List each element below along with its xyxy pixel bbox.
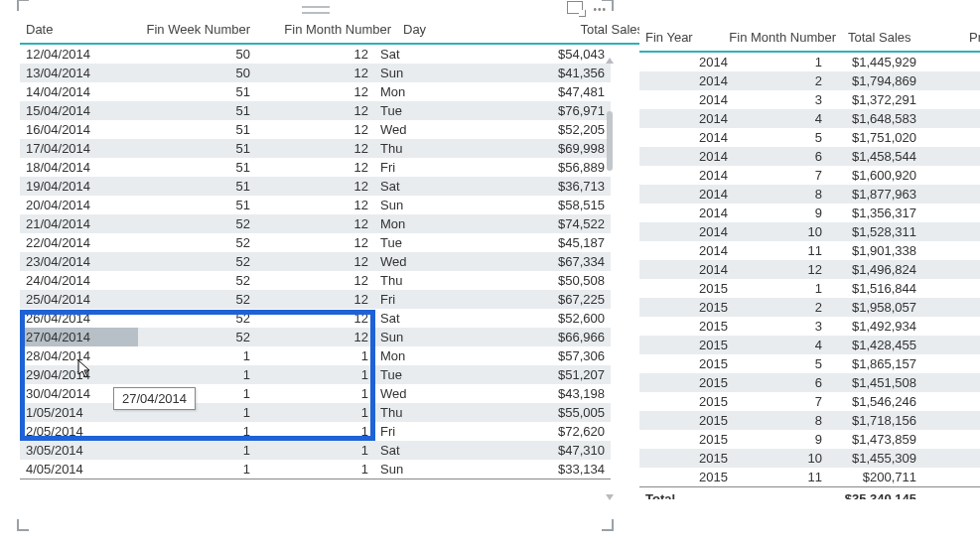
cell-month[interactable]: 6	[734, 147, 828, 166]
cell-day[interactable]: Sun	[374, 460, 492, 480]
cell-week[interactable]: 52	[138, 309, 256, 328]
cell-year[interactable]: 2014	[639, 204, 734, 222]
cell-date[interactable]: 24/04/2014	[20, 271, 138, 290]
cell-month[interactable]: 12	[256, 82, 374, 101]
cell-prev[interactable]: $1,4	[922, 392, 980, 411]
cell-sales[interactable]: $1,516,844	[828, 279, 922, 298]
cell-sales[interactable]: $1,528,311	[828, 222, 922, 241]
cell-sales[interactable]: $47,310	[492, 441, 611, 460]
cell-sales[interactable]: $1,496,824	[828, 260, 922, 279]
col-fin-year[interactable]: Fin Year	[639, 24, 711, 52]
cell-month[interactable]: 1	[256, 460, 374, 480]
table-row[interactable]: 20145$1,751,020$1,6	[639, 128, 980, 147]
cell-sales[interactable]: $67,225	[492, 290, 611, 309]
table-row[interactable]: 25/04/20145212Fri$67,225	[20, 290, 611, 309]
cell-sales[interactable]: $1,648,583	[828, 109, 922, 128]
cell-sales[interactable]: $1,455,309	[828, 449, 922, 468]
cell-week[interactable]: 52	[138, 328, 256, 346]
table-row[interactable]: 22/04/20145212Tue$45,187	[20, 233, 611, 252]
cell-week[interactable]: 1	[138, 422, 256, 441]
cell-month[interactable]: 9	[734, 430, 828, 449]
cell-sales[interactable]: $54,043	[492, 45, 611, 64]
col-fin-month[interactable]: Fin Month Number	[256, 16, 397, 44]
cell-date[interactable]: 18/04/2014	[20, 158, 138, 177]
cell-day[interactable]: Tue	[374, 233, 492, 252]
cell-month[interactable]: 12	[256, 101, 374, 120]
cell-month[interactable]: 5	[734, 128, 828, 147]
focus-mode-icon[interactable]	[567, 1, 583, 14]
cell-month[interactable]: 12	[256, 196, 374, 214]
table-row[interactable]: 3/05/201411Sat$47,310	[20, 441, 611, 460]
cell-sales[interactable]: $33,134	[492, 460, 611, 480]
cell-prev[interactable]: $1,7	[922, 430, 980, 449]
cell-sales[interactable]: $1,600,920	[828, 166, 922, 185]
cell-day[interactable]: Sat	[374, 45, 492, 64]
cell-sales[interactable]: $47,481	[492, 82, 611, 101]
cell-sales[interactable]: $1,428,455	[828, 336, 922, 354]
col-fin-week[interactable]: Fin Week Number	[115, 16, 256, 44]
cell-month[interactable]: 9	[734, 204, 828, 222]
cell-sales[interactable]: $52,205	[492, 120, 611, 139]
cell-week[interactable]: 51	[138, 196, 256, 214]
table-row[interactable]: 20153$1,492,934$1,9	[639, 317, 980, 336]
col-fin-month[interactable]: Fin Month Number	[711, 24, 842, 52]
cell-sales[interactable]: $1,718,156	[828, 411, 922, 430]
table-row[interactable]: 20143$1,372,291$1,7	[639, 90, 980, 109]
cell-sales[interactable]: $1,473,859	[828, 430, 922, 449]
cell-year[interactable]: 2014	[639, 241, 734, 260]
cell-sales[interactable]: $66,966	[492, 328, 611, 346]
cell-month[interactable]: 12	[256, 158, 374, 177]
cell-prev[interactable]: $1,3	[922, 109, 980, 128]
cell-year[interactable]: 2014	[639, 128, 734, 147]
cell-year[interactable]: 2015	[639, 317, 734, 336]
cell-month[interactable]: 5	[734, 354, 828, 373]
table-row[interactable]: 20159$1,473,859$1,7	[639, 430, 980, 449]
scrollbar-thumb[interactable]	[607, 111, 613, 171]
cell-day[interactable]: Sun	[374, 64, 492, 82]
cell-month[interactable]: 12	[256, 233, 374, 252]
cell-prev[interactable]: $1,5	[922, 241, 980, 260]
cell-sales[interactable]: $74,522	[492, 214, 611, 233]
cell-sales[interactable]: $58,515	[492, 196, 611, 214]
scrollbar-down-icon[interactable]	[606, 494, 614, 500]
table-row[interactable]: 20147$1,600,920$1,4	[639, 166, 980, 185]
cell-sales[interactable]: $41,356	[492, 64, 611, 82]
table-row[interactable]: 20/04/20145112Sun$58,515	[20, 196, 611, 214]
cell-sales[interactable]: $1,901,338	[828, 241, 922, 260]
cell-year[interactable]: 2014	[639, 109, 734, 128]
cell-month[interactable]: 11	[734, 468, 828, 487]
cell-date[interactable]: 16/04/2014	[20, 120, 138, 139]
cell-year[interactable]: 2014	[639, 222, 734, 241]
cell-sales[interactable]: $56,889	[492, 158, 611, 177]
cell-year[interactable]: 2014	[639, 147, 734, 166]
cell-prev[interactable]: $1,6	[922, 128, 980, 147]
cell-year[interactable]: 2014	[639, 260, 734, 279]
cell-month[interactable]: 12	[256, 177, 374, 196]
cell-prev[interactable]: $1,6	[922, 185, 980, 204]
cell-month[interactable]: 7	[734, 392, 828, 411]
cell-week[interactable]: 52	[138, 290, 256, 309]
cell-day[interactable]: Tue	[374, 365, 492, 384]
cell-sales[interactable]: $50,508	[492, 271, 611, 290]
cell-prev[interactable]: $1,5	[922, 411, 980, 430]
table-row[interactable]: 4/05/201411Sun$33,134	[20, 460, 611, 480]
cell-day[interactable]: Thu	[374, 271, 492, 290]
table-row[interactable]: 201410$1,528,311$1,3	[639, 222, 980, 241]
cell-sales[interactable]: $1,751,020	[828, 128, 922, 147]
table-row[interactable]: 24/04/20145212Thu$50,508	[20, 271, 611, 290]
table-row[interactable]: 17/04/20145112Thu$69,998	[20, 139, 611, 158]
table-row[interactable]: 201411$1,901,338$1,5	[639, 241, 980, 260]
cell-month[interactable]: 12	[256, 120, 374, 139]
cell-day[interactable]: Wed	[374, 252, 492, 271]
table-row[interactable]: 26/04/20145212Sat$52,600	[20, 309, 611, 328]
cell-week[interactable]: 1	[138, 365, 256, 384]
col-total-sales[interactable]: Total Sales	[842, 24, 963, 52]
cell-year[interactable]: 2015	[639, 392, 734, 411]
cell-sales[interactable]: $72,620	[492, 422, 611, 441]
cell-day[interactable]: Sat	[374, 177, 492, 196]
cell-month[interactable]: 3	[734, 317, 828, 336]
cell-date[interactable]: 15/04/2014	[20, 101, 138, 120]
cell-sales[interactable]: $200,711	[828, 468, 922, 487]
table-row[interactable]: 27/04/20145212Sun$66,966	[20, 328, 611, 346]
cell-month[interactable]: 8	[734, 411, 828, 430]
